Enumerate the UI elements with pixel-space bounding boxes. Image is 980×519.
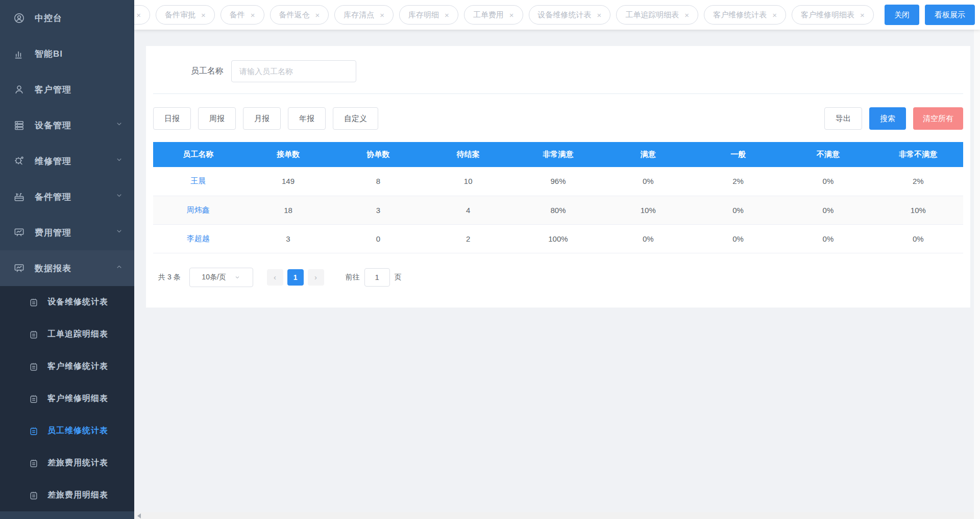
main-area: × 备件审批× 备件× 备件返仓× 库存清点× 库存明细× 工单费用× 设备维修… xyxy=(134,0,980,519)
open-tabs: × 备件审批× 备件× 备件返仓× 库存清点× 库存明细× 工单费用× 设备维修… xyxy=(134,5,879,25)
report-card: 员工名称 日报 周报 月报 年报 自定义 导出 搜索 清空所有 xyxy=(146,46,970,308)
submenu-item-customer-repair-detail[interactable]: 客户维修明细表 xyxy=(0,383,134,415)
goto-page-input[interactable] xyxy=(364,268,390,287)
close-tab-icon[interactable]: × xyxy=(597,11,602,19)
sidebar-submenu-reports: 设备维修统计表 工单追踪明细表 客户维修统计表 客户维修明细表 员工维修统计表 … xyxy=(0,286,134,511)
submenu-item-travel-expense-stats[interactable]: 差旅费用统计表 xyxy=(0,447,134,479)
custom-period-button[interactable]: 自定义 xyxy=(333,107,378,130)
clear-all-button[interactable]: 清空所有 xyxy=(913,107,963,130)
sidebar-item-repair[interactable]: 维修管理 xyxy=(0,143,134,179)
submenu-item-employee-repair-stats[interactable]: 员工维修统计表 xyxy=(0,415,134,447)
close-tab-icon[interactable]: × xyxy=(860,11,865,19)
close-button[interactable]: 关闭 xyxy=(885,5,919,25)
prev-page-button[interactable]: ‹ xyxy=(267,269,283,286)
sidebar-item-reports[interactable]: 数据报表 xyxy=(0,250,134,286)
submenu-item-label: 客户维修明细表 xyxy=(47,393,108,404)
expense-icon xyxy=(13,227,25,239)
weekly-report-button[interactable]: 周报 xyxy=(198,107,236,130)
col-employee-name: 员工名称 xyxy=(153,142,243,167)
close-tab-icon[interactable]: × xyxy=(684,11,689,19)
tab-spare[interactable]: 备件× xyxy=(220,5,264,25)
page-suffix-label: 页 xyxy=(395,273,402,282)
col-orders-taken: 接单数 xyxy=(243,142,333,167)
col-satisfied: 满意 xyxy=(603,142,693,167)
sidebar-item-spare-parts[interactable]: 备件管理 xyxy=(0,179,134,215)
submenu-item-label: 差旅费用统计表 xyxy=(47,458,108,468)
sidebar-item-devices[interactable]: 设备管理 xyxy=(0,107,134,143)
employee-name-label: 员工名称 xyxy=(191,66,224,77)
submenu-item-customer-repair-stats[interactable]: 客户维修统计表 xyxy=(0,350,134,383)
tab-spare-approval[interactable]: 备件审批× xyxy=(156,5,215,25)
employee-name-input[interactable] xyxy=(231,60,356,82)
tab-spare-return[interactable]: 备件返仓× xyxy=(270,5,329,25)
report-icon xyxy=(13,263,25,274)
horizontal-scrollbar[interactable] xyxy=(134,512,974,519)
goto-label: 前往 xyxy=(346,273,360,282)
sidebar-item-label: 客户管理 xyxy=(35,84,71,96)
tabbar: × 备件审批× 备件× 备件返仓× 库存清点× 库存明细× 工单费用× 设备维修… xyxy=(134,0,980,30)
chevron-down-icon xyxy=(115,227,123,238)
yearly-report-button[interactable]: 年报 xyxy=(288,107,326,130)
dashboard-icon xyxy=(13,12,25,24)
tab-inventory-detail[interactable]: 库存明细× xyxy=(399,5,458,25)
col-orders-assisted: 协单数 xyxy=(333,142,423,167)
vertical-scrollbar-track[interactable] xyxy=(974,30,980,519)
page-1-button[interactable]: 1 xyxy=(287,269,304,286)
sidebar-item-label: 数据报表 xyxy=(35,263,71,274)
export-button[interactable]: 导出 xyxy=(824,107,862,130)
tab-clipped[interactable]: × xyxy=(134,5,150,25)
board-display-button[interactable]: 看板展示 xyxy=(925,5,975,25)
tab-inventory-check[interactable]: 库存清点× xyxy=(334,5,394,25)
sidebar-item-console[interactable]: 中控台 xyxy=(0,0,134,36)
device-icon xyxy=(13,120,25,131)
monthly-report-button[interactable]: 月报 xyxy=(243,107,281,130)
notebook-icon xyxy=(29,490,39,501)
notebook-icon xyxy=(29,297,39,308)
chevron-up-icon xyxy=(115,263,123,273)
submenu-item-label: 客户维修统计表 xyxy=(47,361,108,372)
col-neutral: 一般 xyxy=(693,142,783,167)
close-tab-icon[interactable]: × xyxy=(772,11,777,19)
sidebar-item-expenses[interactable]: 费用管理 xyxy=(0,215,134,250)
close-tab-icon[interactable]: × xyxy=(445,11,449,19)
close-tab-icon[interactable]: × xyxy=(380,11,384,19)
table-row: 王晨 149 8 10 96% 0% 2% 0% 2% xyxy=(153,167,963,196)
tab-workorder-cost[interactable]: 工单费用× xyxy=(464,5,523,25)
close-tab-icon[interactable]: × xyxy=(136,11,141,19)
submenu-item-workorder-tracking[interactable]: 工单追踪明细表 xyxy=(0,318,134,350)
close-tab-icon[interactable]: × xyxy=(315,11,320,19)
col-very-dissatisfied: 非常不满意 xyxy=(873,142,963,167)
sidebar-item-bi[interactable]: 智能BI xyxy=(0,36,134,72)
chevron-down-icon xyxy=(115,156,123,166)
employee-link[interactable]: 李超越 xyxy=(187,234,210,243)
tab-customer-repair-detail[interactable]: 客户维修明细表× xyxy=(792,5,874,25)
scroll-left-icon[interactable] xyxy=(137,513,141,518)
close-tab-icon[interactable]: × xyxy=(509,11,514,19)
sidebar-item-label: 中控台 xyxy=(35,12,62,24)
sidebar-item-label: 维修管理 xyxy=(35,155,71,167)
employee-link[interactable]: 王晨 xyxy=(190,176,206,185)
next-page-button[interactable]: › xyxy=(308,269,324,286)
submenu-item-device-repair-stats[interactable]: 设备维修统计表 xyxy=(0,286,134,318)
notebook-icon xyxy=(29,458,39,468)
sidebar-item-label: 费用管理 xyxy=(35,227,71,239)
sidebar-item-label: 智能BI xyxy=(35,48,63,60)
col-pending: 待结案 xyxy=(423,142,513,167)
employee-link[interactable]: 周炜鑫 xyxy=(187,205,210,214)
sidebar-item-label: 备件管理 xyxy=(35,191,71,203)
sidebar-item-customers[interactable]: 客户管理 xyxy=(0,72,134,107)
page-size-select[interactable]: 10条/页 xyxy=(189,268,253,287)
total-count-text: 共 3 条 xyxy=(158,273,181,282)
close-tab-icon[interactable]: × xyxy=(201,11,206,19)
submenu-item-travel-expense-detail[interactable]: 差旅费用明细表 xyxy=(0,479,134,511)
bi-chart-icon xyxy=(13,48,25,60)
sidebar: 中控台 智能BI 客户管理 设备管理 维修管理 备件管理 费用管理 xyxy=(0,0,134,519)
daily-report-button[interactable]: 日报 xyxy=(153,107,191,130)
tab-customer-repair-stats[interactable]: 客户维修统计表× xyxy=(704,5,786,25)
tab-workorder-tracking[interactable]: 工单追踪明细表× xyxy=(616,5,698,25)
close-tab-icon[interactable]: × xyxy=(251,11,255,19)
repair-icon xyxy=(13,155,25,167)
tab-device-repair-stats[interactable]: 设备维修统计表× xyxy=(529,5,611,25)
chevron-down-icon xyxy=(115,192,123,202)
search-button[interactable]: 搜索 xyxy=(869,107,906,130)
